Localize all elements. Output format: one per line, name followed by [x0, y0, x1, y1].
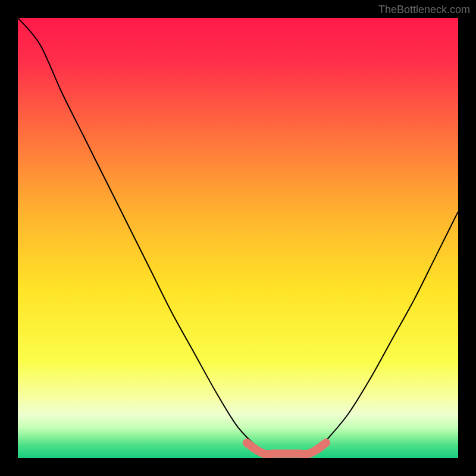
- attribution-text: TheBottleneck.com: [378, 4, 470, 16]
- chart-svg: [18, 18, 458, 458]
- plot-area: [18, 18, 458, 458]
- bottleneck-curve: [18, 18, 458, 454]
- optimal-range-marker: [247, 443, 326, 454]
